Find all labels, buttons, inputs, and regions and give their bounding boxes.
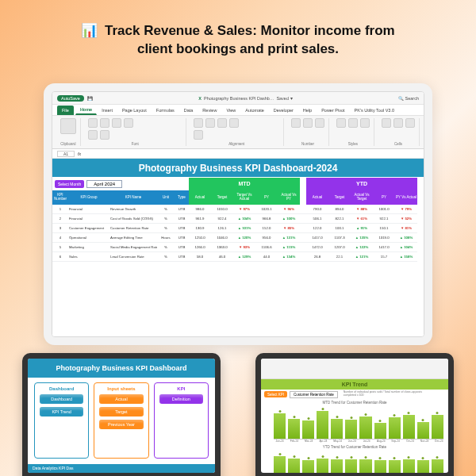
cell[interactable]: 46.0 bbox=[211, 252, 233, 262]
kpi-dropdown[interactable]: Customer Retention Rate bbox=[290, 391, 338, 398]
cell[interactable]: ▲ 108% bbox=[395, 233, 417, 243]
cell[interactable]: 1020.1 bbox=[255, 205, 278, 214]
cell[interactable]: 126.1 bbox=[211, 224, 233, 233]
cell[interactable]: 1250.0 bbox=[189, 233, 211, 243]
cell[interactable]: Financial bbox=[68, 214, 109, 224]
align-left-icon[interactable] bbox=[194, 118, 203, 128]
cell[interactable]: 966.8 bbox=[255, 214, 278, 224]
cell[interactable]: 986.0 bbox=[189, 205, 211, 214]
cell[interactable]: ▲ 131% bbox=[278, 233, 300, 243]
cell[interactable]: UTB bbox=[175, 214, 189, 224]
italic-icon[interactable] bbox=[100, 118, 109, 128]
nav-dashboard[interactable]: Dashboard bbox=[40, 394, 83, 404]
cell[interactable]: Cost of Goods Sold (COGS) bbox=[109, 214, 157, 224]
cell[interactable]: UTB bbox=[175, 243, 189, 252]
cell[interactable] bbox=[300, 224, 306, 233]
cell[interactable]: % bbox=[157, 214, 175, 224]
cell[interactable]: 506.1 bbox=[306, 214, 328, 224]
cell[interactable]: ▼ 96% bbox=[278, 205, 300, 214]
conditional-format-icon[interactable] bbox=[336, 118, 346, 128]
merge-icon[interactable] bbox=[194, 130, 203, 140]
cell[interactable]: Operational bbox=[68, 233, 109, 243]
percent-icon[interactable] bbox=[303, 118, 313, 128]
cell[interactable]: Customer Retention Rate bbox=[109, 224, 157, 233]
cell[interactable]: 1207.0 bbox=[328, 243, 351, 252]
cell[interactable]: 1319.0 bbox=[373, 233, 395, 243]
kpi-row[interactable]: 1FinancialRevenue Growth%UTB986.01010.0▼… bbox=[52, 205, 424, 214]
cell[interactable] bbox=[300, 252, 306, 262]
autosave-toggle[interactable]: AutoSave bbox=[57, 95, 84, 102]
cell[interactable]: UTB bbox=[175, 224, 189, 233]
cell[interactable]: % bbox=[157, 243, 175, 252]
cell[interactable]: ▲ 129% bbox=[233, 252, 255, 262]
cell[interactable]: ▼ 85% bbox=[278, 224, 300, 233]
tab-page-layout[interactable]: Page Layout bbox=[117, 106, 152, 115]
cell[interactable]: 1417.0 bbox=[373, 243, 395, 252]
cell[interactable]: 922.1 bbox=[373, 214, 395, 224]
cell[interactable]: Sales bbox=[68, 252, 109, 262]
tab-home[interactable]: Home bbox=[75, 105, 97, 115]
kpi-row[interactable]: 6SalesLead Conversion Rate%UTB58.046.0▲ … bbox=[52, 252, 424, 262]
tab-review[interactable]: Review bbox=[198, 106, 221, 115]
name-box[interactable]: A1 bbox=[57, 151, 75, 157]
comma-icon[interactable] bbox=[315, 118, 324, 128]
cell-styles-icon[interactable] bbox=[360, 118, 370, 128]
nav-target[interactable]: Target bbox=[99, 407, 143, 416]
cell[interactable]: ▲ 122% bbox=[351, 243, 373, 252]
cell[interactable]: UTB bbox=[175, 252, 189, 262]
cell[interactable]: 6 bbox=[52, 252, 68, 262]
format-table-icon[interactable] bbox=[348, 118, 358, 128]
worksheet[interactable]: Photography Business KPI Dashboard-2024 … bbox=[52, 159, 424, 336]
cell[interactable]: Lead Conversion Rate bbox=[109, 252, 157, 262]
cell[interactable]: 100.1 bbox=[328, 224, 351, 233]
font-color-icon[interactable] bbox=[100, 130, 109, 140]
cell[interactable]: ▼ 88% bbox=[351, 205, 373, 214]
tab-formulas[interactable]: Formulas bbox=[152, 106, 179, 115]
kpi-row[interactable]: 3Customer EngagementCustomer Retention R… bbox=[52, 224, 424, 233]
tab-view[interactable]: View bbox=[221, 106, 240, 115]
tab-data[interactable]: Data bbox=[179, 106, 198, 115]
tab-automate[interactable]: Automate bbox=[240, 106, 269, 115]
fx-icon[interactable]: fx bbox=[78, 152, 81, 156]
cell[interactable]: ▲ 104% bbox=[233, 214, 255, 224]
cell[interactable]: ▲ 158% bbox=[395, 252, 417, 262]
cell[interactable]: Financial bbox=[68, 205, 109, 214]
cell[interactable]: 1266.0 bbox=[189, 243, 211, 252]
select-kpi-button[interactable]: Select KPI bbox=[264, 391, 287, 397]
cell[interactable]: ▲ 100% bbox=[278, 214, 300, 224]
cell[interactable] bbox=[300, 214, 306, 224]
cell[interactable]: 122.0 bbox=[306, 224, 328, 233]
kpi-row[interactable]: 2FinancialCost of Goods Sold (COGS)%UTB9… bbox=[52, 214, 424, 224]
cell[interactable]: 1107.3 bbox=[328, 233, 351, 243]
cell[interactable]: ▼ 79% bbox=[395, 205, 417, 214]
cell[interactable] bbox=[300, 205, 306, 214]
currency-icon[interactable] bbox=[291, 118, 301, 128]
cell[interactable]: 961.9 bbox=[189, 214, 211, 224]
cell[interactable]: ▼ 61% bbox=[351, 214, 373, 224]
cell[interactable]: Customer Engagement bbox=[68, 224, 109, 233]
cell[interactable]: 5 bbox=[52, 243, 68, 252]
select-month-button[interactable]: Select Month bbox=[55, 180, 84, 188]
wrap-text-icon[interactable] bbox=[229, 118, 239, 128]
save-icon[interactable]: 💾 bbox=[87, 96, 93, 101]
cell[interactable]: Revenue Growth bbox=[109, 205, 157, 214]
cell[interactable]: ▼ 93% bbox=[233, 243, 255, 252]
align-right-icon[interactable] bbox=[217, 118, 227, 128]
insert-cells-icon[interactable] bbox=[382, 118, 391, 128]
month-dropdown[interactable]: April 2024 bbox=[86, 180, 122, 188]
fill-color-icon[interactable] bbox=[88, 130, 98, 140]
cell[interactable]: 1046.0 bbox=[211, 233, 233, 243]
cell[interactable]: 922.4 bbox=[211, 214, 233, 224]
cell[interactable]: 15.7 bbox=[373, 252, 395, 262]
nav-kpi-trend[interactable]: KPI Trend bbox=[40, 407, 83, 416]
nav-definition[interactable]: Definition bbox=[159, 394, 203, 404]
cell[interactable]: 1106.6 bbox=[255, 243, 278, 252]
cell[interactable]: ▼ 97% bbox=[233, 205, 255, 214]
cell[interactable]: Average Editing Time bbox=[109, 233, 157, 243]
cell[interactable]: 1010.0 bbox=[211, 205, 233, 214]
cell[interactable]: % bbox=[157, 252, 175, 262]
cell[interactable]: ▼ 81% bbox=[395, 224, 417, 233]
nav-actual[interactable]: Actual bbox=[99, 394, 143, 404]
tab-file[interactable]: File bbox=[57, 106, 74, 115]
cell[interactable]: 822.1 bbox=[328, 214, 351, 224]
